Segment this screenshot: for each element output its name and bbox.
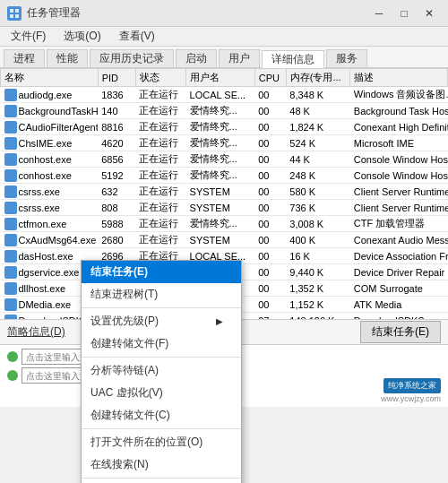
process-icon	[4, 105, 17, 117]
context-menu-item[interactable]: 设置优先级(P)▶	[82, 310, 241, 332]
tab-performance[interactable]: 性能	[47, 49, 88, 67]
mem-cell: 8,348 K	[286, 87, 350, 103]
table-row[interactable]: csrss.exe808正在运行SYSTEM00736 KClient Serv…	[1, 200, 448, 216]
user-cell: 爱情终究...	[186, 216, 255, 232]
menu-file[interactable]: 文件(F)	[4, 27, 53, 46]
cpu-cell: 07	[254, 313, 286, 320]
green-dot-2	[7, 370, 18, 381]
cpu-cell: 00	[254, 280, 286, 297]
desc-cell: Client Server Runtime ...	[350, 184, 448, 200]
process-icon	[4, 89, 17, 101]
close-button[interactable]: ✕	[418, 4, 441, 22]
context-menu-item[interactable]: 结束任务(E)	[82, 261, 241, 283]
context-menu-separator	[82, 478, 241, 479]
table-row[interactable]: BackgroundTaskH...140正在运行爱情终究...0048 KBa…	[1, 103, 448, 119]
context-menu-separator	[82, 428, 241, 429]
process-name: dasHost.exe	[19, 251, 73, 262]
app-icon	[7, 6, 22, 21]
context-menu-item[interactable]: 创建转储文件(C)	[82, 404, 241, 427]
mem-cell: 9,440 K	[286, 264, 350, 280]
pid-cell: 5192	[98, 168, 135, 184]
col-cpu[interactable]: CPU	[254, 69, 286, 87]
user-cell: 爱情终究...	[186, 103, 255, 119]
table-row[interactable]: conhost.exe5192正在运行爱情终究...00248 KConsole…	[1, 168, 448, 184]
user-cell: 爱情终究...	[186, 135, 255, 151]
process-name: ctfmon.exe	[19, 219, 67, 229]
pid-cell: 2680	[98, 232, 135, 248]
status-cell: 正在运行	[135, 200, 186, 216]
desc-cell: Device Association Fr...	[350, 248, 448, 264]
cpu-cell: 00	[254, 135, 286, 151]
menu-view[interactable]: 查看(V)	[112, 27, 162, 46]
pid-cell: 1836	[98, 87, 135, 103]
col-user[interactable]: 用户名	[186, 69, 255, 87]
tab-processes[interactable]: 进程	[4, 49, 45, 67]
process-icon	[4, 250, 17, 263]
tab-startup[interactable]: 启动	[176, 49, 217, 67]
pid-cell: 632	[98, 184, 135, 200]
process-name: ChsIME.exe	[19, 138, 73, 149]
desc-cell: Microsoft IME	[350, 135, 448, 151]
pid-cell: 5988	[98, 216, 135, 232]
status-cell: 正在运行	[135, 135, 186, 151]
svg-rect-2	[10, 14, 13, 18]
svg-rect-3	[15, 14, 19, 18]
context-menu-item[interactable]: 分析等待链(A)	[82, 359, 241, 382]
title-bar-left: 任务管理器	[7, 5, 81, 21]
maximize-button[interactable]: □	[392, 4, 416, 22]
process-name: conhost.exe	[19, 154, 72, 165]
tab-users[interactable]: 用户	[219, 49, 260, 67]
mem-cell: 524 K	[286, 135, 350, 151]
col-desc[interactable]: 描述	[350, 69, 448, 87]
mem-cell: 16 K	[286, 248, 350, 264]
table-row[interactable]: csrss.exe632正在运行SYSTEM00580 KClient Serv…	[1, 184, 448, 200]
process-name: CxAudMsg64.exe	[19, 235, 97, 246]
process-name: audiodg.exe	[19, 90, 73, 100]
col-name[interactable]: 名称	[1, 69, 99, 87]
user-cell: 爱情终究...	[186, 151, 255, 168]
user-cell: SYSTEM	[186, 232, 255, 248]
minimize-button[interactable]: ─	[367, 4, 391, 22]
cpu-cell: 00	[254, 119, 286, 135]
mem-cell: 44 K	[286, 151, 350, 168]
menu-options[interactable]: 选项(O)	[56, 27, 108, 46]
desc-cell: ATK Media	[350, 297, 448, 313]
table-row[interactable]: conhost.exe6856正在运行爱情终究...0044 KConsole …	[1, 151, 448, 168]
tab-app-history[interactable]: 应用历史记录	[90, 49, 174, 67]
context-menu-item[interactable]: 在线搜索(N)	[82, 453, 241, 476]
tab-details[interactable]: 详细信息	[262, 50, 324, 68]
pid-cell: 8816	[98, 119, 135, 135]
table-row[interactable]: CAudioFilterAgent...8816正在运行爱情终究...001,8…	[1, 119, 448, 135]
col-pid[interactable]: PID	[98, 69, 135, 87]
svg-rect-1	[15, 9, 19, 13]
mem-cell: 1,824 K	[286, 119, 350, 135]
user-cell: LOCAL SE...	[186, 87, 255, 103]
process-name: DMedia.exe	[19, 299, 72, 310]
end-task-button[interactable]: 结束任务(E)	[360, 321, 441, 343]
tab-services[interactable]: 服务	[326, 49, 367, 67]
context-menu-item[interactable]: 结束进程树(T)	[82, 283, 241, 306]
context-menu-item[interactable]: 打开文件所在的位置(O)	[82, 431, 241, 453]
cpu-cell: 00	[254, 216, 286, 232]
desc-cell: Console Window Host	[350, 168, 448, 184]
context-menu-item[interactable]: UAC 虚拟化(V)	[82, 382, 241, 404]
col-status[interactable]: 状态	[135, 69, 186, 87]
cpu-cell: 00	[254, 103, 286, 119]
mem-cell: 580 K	[286, 184, 350, 200]
process-icon	[4, 121, 17, 134]
table-row[interactable]: ChsIME.exe4620正在运行爱情终究...00524 KMicrosof…	[1, 135, 448, 151]
mem-cell: 48 K	[286, 103, 350, 119]
status-cell: 正在运行	[135, 151, 186, 168]
process-name: csrss.exe	[19, 203, 60, 213]
table-row[interactable]: CxAudMsg64.exe2680正在运行SYSTEM00400 KConex…	[1, 232, 448, 248]
col-mem[interactable]: 内存(专用...	[286, 69, 350, 87]
context-menu-item[interactable]: 创建转储文件(F)	[82, 332, 241, 355]
pid-cell: 140	[98, 103, 135, 119]
user-cell: SYSTEM	[186, 184, 255, 200]
desc-cell: Windows 音频设备图...	[350, 87, 448, 103]
brief-info-label[interactable]: 简略信息(D)	[7, 324, 65, 340]
user-cell: 爱情终究...	[186, 168, 255, 184]
table-row[interactable]: audiodg.exe1836正在运行LOCAL SE...008,348 KW…	[1, 87, 448, 103]
process-icon	[4, 266, 17, 279]
table-row[interactable]: ctfmon.exe5988正在运行爱情终究...003,008 KCTF 加载…	[1, 216, 448, 232]
